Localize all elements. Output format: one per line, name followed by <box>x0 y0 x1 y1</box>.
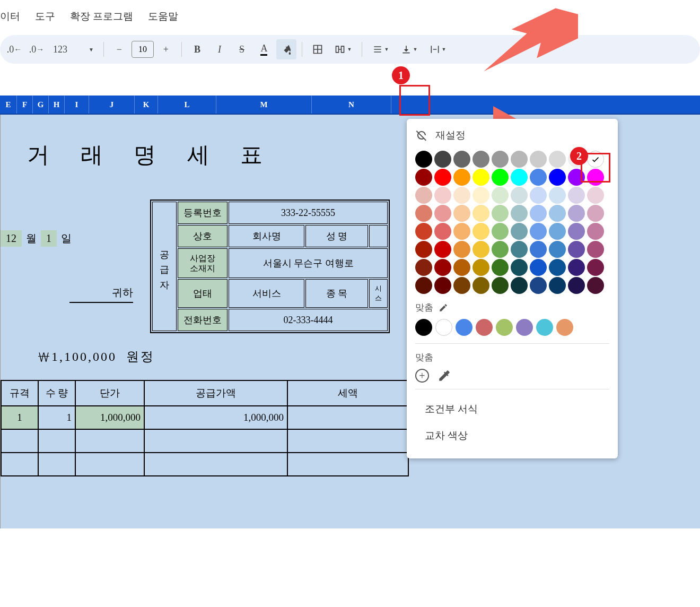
column-header-L[interactable]: L <box>158 96 216 114</box>
color-swatch[interactable] <box>511 187 528 204</box>
color-swatch[interactable] <box>492 241 509 258</box>
color-swatch[interactable] <box>492 151 509 168</box>
color-swatch[interactable] <box>453 223 470 240</box>
color-swatch[interactable] <box>568 259 585 276</box>
color-swatch[interactable] <box>587 241 604 258</box>
color-swatch[interactable] <box>472 169 489 186</box>
cell-unit[interactable]: 1,000,000 <box>75 406 144 429</box>
color-swatch[interactable] <box>453 241 470 258</box>
color-swatch[interactable] <box>434 277 451 294</box>
font-size-input[interactable]: 10 <box>132 41 154 58</box>
conditional-format-link[interactable]: 조건부 서식 <box>415 396 609 422</box>
color-swatch[interactable] <box>472 223 489 240</box>
company-value[interactable]: 회사명 <box>229 225 304 247</box>
color-swatch[interactable] <box>434 205 451 222</box>
color-swatch[interactable] <box>415 259 432 276</box>
color-swatch[interactable] <box>472 259 489 276</box>
text-wrap-button[interactable]: ▼ <box>425 39 451 59</box>
color-swatch[interactable] <box>434 169 451 186</box>
color-swatch[interactable] <box>568 241 585 258</box>
column-header-F[interactable]: F <box>17 96 33 114</box>
column-header-K[interactable]: K <box>135 96 158 114</box>
column-header-J[interactable]: J <box>89 96 135 114</box>
table-row[interactable]: 1 1 1,000,000 1,000,000 <box>1 406 408 429</box>
custom-color-swatch[interactable] <box>556 319 573 336</box>
color-swatch[interactable] <box>415 151 432 168</box>
color-swatch[interactable] <box>453 277 470 294</box>
menu-tools[interactable]: 도구 <box>35 10 55 23</box>
color-swatch[interactable] <box>453 187 470 204</box>
cell-qty[interactable]: 1 <box>38 406 75 429</box>
color-swatch[interactable] <box>511 151 528 168</box>
column-header-H[interactable]: H <box>49 96 65 114</box>
color-swatch[interactable] <box>453 169 470 186</box>
custom-color-swatch[interactable] <box>516 319 533 336</box>
color-swatch[interactable] <box>492 277 509 294</box>
color-swatch[interactable] <box>530 169 547 186</box>
color-swatch[interactable] <box>549 277 566 294</box>
custom-color-swatch[interactable] <box>536 319 553 336</box>
date-month-cell[interactable]: 12 <box>1 230 22 247</box>
color-swatch[interactable] <box>549 259 566 276</box>
custom-color-swatch[interactable] <box>456 319 472 336</box>
column-header-G[interactable]: G <box>33 96 49 114</box>
italic-button[interactable]: I <box>209 39 230 59</box>
color-swatch[interactable] <box>472 241 489 258</box>
custom-color-swatch[interactable] <box>415 319 432 336</box>
reset-button[interactable]: 재설정 <box>415 128 609 142</box>
color-swatch[interactable] <box>453 205 470 222</box>
color-swatch[interactable] <box>511 223 528 240</box>
color-swatch[interactable] <box>568 187 585 204</box>
name-value[interactable] <box>369 225 388 247</box>
color-swatch[interactable] <box>530 187 547 204</box>
color-swatch[interactable] <box>415 205 432 222</box>
color-swatch[interactable] <box>549 187 566 204</box>
color-swatch[interactable] <box>530 151 547 168</box>
color-swatch[interactable] <box>549 169 566 186</box>
horizontal-align-button[interactable]: ▼ <box>368 39 394 59</box>
column-header-M[interactable]: M <box>216 96 312 114</box>
color-swatch[interactable] <box>472 151 489 168</box>
color-swatch[interactable] <box>511 241 528 258</box>
color-swatch[interactable] <box>549 151 566 168</box>
color-swatch[interactable] <box>492 223 509 240</box>
phone-value[interactable]: 02-333-4444 <box>229 309 388 331</box>
merge-cells-button[interactable]: ▼ <box>330 39 356 59</box>
column-header-N[interactable]: N <box>312 96 391 114</box>
table-row[interactable] <box>1 429 408 453</box>
color-swatch[interactable] <box>568 223 585 240</box>
color-swatch[interactable] <box>511 259 528 276</box>
color-swatch[interactable] <box>415 169 432 186</box>
color-swatch[interactable] <box>549 223 566 240</box>
date-day-cell[interactable]: 1 <box>41 230 57 247</box>
color-swatch[interactable] <box>434 187 451 204</box>
color-swatch[interactable] <box>549 205 566 222</box>
font-size-increase[interactable]: + <box>156 39 176 59</box>
color-swatch[interactable] <box>492 259 509 276</box>
vertical-align-button[interactable]: ▼ <box>396 39 423 59</box>
color-swatch[interactable] <box>530 223 547 240</box>
reg-number-value[interactable]: 333-22-55555 <box>229 202 388 224</box>
menu-data[interactable]: 이터 <box>0 10 20 23</box>
color-swatch[interactable] <box>415 187 432 204</box>
pencil-icon[interactable] <box>439 303 448 313</box>
cell-supply[interactable]: 1,000,000 <box>144 406 287 429</box>
color-swatch[interactable] <box>511 205 528 222</box>
color-swatch[interactable] <box>530 241 547 258</box>
item-value[interactable]: 시스 <box>369 279 388 308</box>
font-size-decrease[interactable]: − <box>109 39 129 59</box>
color-swatch[interactable] <box>434 151 451 168</box>
color-swatch[interactable] <box>492 169 509 186</box>
text-color-button[interactable]: A <box>254 39 274 59</box>
color-swatch[interactable] <box>568 205 585 222</box>
color-swatch[interactable] <box>415 241 432 258</box>
color-swatch[interactable] <box>511 277 528 294</box>
color-swatch[interactable] <box>492 187 509 204</box>
menu-help[interactable]: 도움말 <box>148 10 178 23</box>
bold-button[interactable]: B <box>187 39 207 59</box>
color-swatch[interactable] <box>511 169 528 186</box>
color-swatch[interactable] <box>472 277 489 294</box>
color-swatch[interactable] <box>472 187 489 204</box>
custom-color-swatch[interactable] <box>476 319 493 336</box>
borders-button[interactable] <box>308 39 328 59</box>
